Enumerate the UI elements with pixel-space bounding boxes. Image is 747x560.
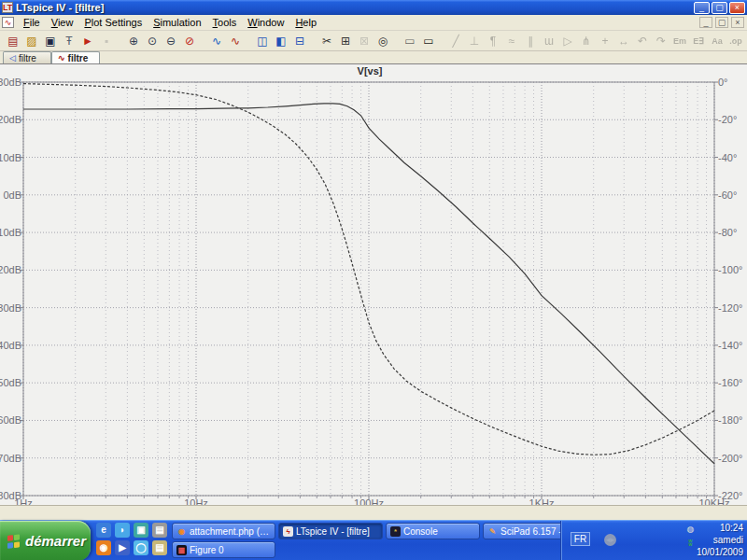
system-tray: FR ◂▸ʬ◍ 10:24 samedi 10/01/2009 xyxy=(560,521,747,560)
y-right-label: -120° xyxy=(718,302,742,314)
waveform-pane: V[vs] 1Hz10Hz100Hz1KHz10KHz30dB0°20dB-20… xyxy=(0,63,747,505)
task-console-taskbar-button[interactable]: *Console xyxy=(386,523,480,539)
menu-item-simulation[interactable]: Simulation xyxy=(148,16,206,29)
run-simulation-button[interactable]: ► xyxy=(78,32,97,49)
y-right-label: -20° xyxy=(718,114,737,125)
start-label: démarrer xyxy=(25,533,86,549)
undo-button: ↶ xyxy=(633,32,652,49)
status-bar: x = 12.972Hz y = -1.553dB, -63.106° xyxy=(0,505,747,520)
place-diode-button: ▷ xyxy=(558,32,577,49)
place-ground-button: ⊥ xyxy=(465,32,484,49)
zoom-in-button[interactable]: ⊕ xyxy=(124,32,143,49)
ltspice-window: LT LTspice IV - [filtre] _▢× ∿ FileViewP… xyxy=(0,0,747,560)
firefox-icon[interactable]: ◉ xyxy=(96,540,111,555)
new-schematic-button[interactable]: ▤ xyxy=(4,32,22,49)
task-attachment-taskbar-button[interactable]: ◉attachment.php (Ima... xyxy=(172,523,275,539)
start-button[interactable]: démarrer xyxy=(0,521,91,560)
mirror-button: Em xyxy=(670,32,689,49)
windows-flag-icon xyxy=(7,534,21,548)
mdi-minimize-button[interactable]: _ xyxy=(699,17,712,28)
y-left-label: -30dB xyxy=(0,302,21,314)
clock: 10:24 samedi 10/01/2009 xyxy=(697,522,743,558)
taskbar-button-label: LTspice IV - [filtre] xyxy=(296,526,370,537)
y-left-label: -50dB xyxy=(0,377,21,388)
app-icon: LT xyxy=(2,2,13,13)
find-button[interactable]: ◎ xyxy=(374,32,392,49)
control-panel-button[interactable]: Ŧ xyxy=(60,32,78,49)
tab-filtre-schematic[interactable]: ◁filtre xyxy=(3,51,51,63)
y-left-label: 30dB xyxy=(0,77,21,88)
language-indicator[interactable]: FR xyxy=(571,532,590,546)
zoom-area-button[interactable]: ⊙ xyxy=(143,32,162,49)
task-figure0-taskbar-button[interactable]: ▦Figure 0 xyxy=(172,541,275,558)
y-left-label: -60dB xyxy=(0,414,21,426)
menu-item-tools[interactable]: Tools xyxy=(207,16,243,29)
plot-canvas[interactable]: 1Hz10Hz100Hz1KHz10KHz30dB0°20dB-20°10dB-… xyxy=(0,64,747,506)
figure-icon: ▦ xyxy=(176,545,187,555)
y-left-label: 0dB xyxy=(3,189,21,201)
tile-horizontally-button[interactable]: ⊟ xyxy=(290,32,309,49)
taskbar-button-label: Figure 0 xyxy=(190,545,224,555)
autorange-y-axis-button[interactable]: ∿ xyxy=(207,32,226,49)
restore-button[interactable]: ▢ xyxy=(712,2,727,14)
place-component-button: ⋔ xyxy=(577,32,596,49)
notepad-icon[interactable]: ▤ xyxy=(152,540,167,555)
minimize-button[interactable]: _ xyxy=(694,2,710,14)
mdi-controls: _▢× xyxy=(699,17,744,28)
print-button[interactable]: ▭ xyxy=(419,32,438,49)
move-button: + xyxy=(596,32,614,49)
halt-simulation-button: ▪ xyxy=(97,32,116,49)
place-text-button: Aa xyxy=(708,32,726,49)
menu-item-view[interactable]: View xyxy=(46,16,79,29)
printer-icon[interactable]: ▤ xyxy=(152,523,167,538)
cascade-windows-button[interactable]: ◧ xyxy=(272,32,290,49)
network-status-icon[interactable]: ʬ xyxy=(684,538,697,550)
safely-remove-icon[interactable]: ◂▸ xyxy=(604,534,616,546)
quicktime-icon[interactable]: ◯ xyxy=(134,540,148,555)
tab-filtre-plot[interactable]: ∿filtre xyxy=(51,51,100,63)
volume-icon[interactable]: ◍ xyxy=(684,524,697,536)
internet-explorer-icon[interactable]: e xyxy=(96,523,111,538)
save-button[interactable]: ▣ xyxy=(41,32,60,49)
y-right-label: -100° xyxy=(718,264,742,275)
y-right-label: -80° xyxy=(718,227,737,238)
plot-settings-button[interactable]: ∿ xyxy=(226,32,245,49)
network-places-icon[interactable]: ▣ xyxy=(134,523,148,538)
tile-vertically-button[interactable]: ◫ xyxy=(253,32,272,49)
print-preview-button[interactable]: ▭ xyxy=(401,32,419,49)
tab-strip: ◁filtre∿filtre xyxy=(0,51,747,63)
menu-item-window[interactable]: Window xyxy=(242,16,289,29)
media-player-icon[interactable]: ▶ xyxy=(115,540,130,555)
rotate-button: E∃ xyxy=(689,32,708,49)
place-capacitor-button: ∥ xyxy=(521,32,540,49)
menu-item-help[interactable]: Help xyxy=(289,16,322,29)
cut-button[interactable]: ✂ xyxy=(317,32,336,49)
draw-wire-button: ╱ xyxy=(446,32,465,49)
menu-item-plot-settings[interactable]: Plot Settings xyxy=(78,16,148,29)
menu-item-file[interactable]: File xyxy=(18,16,46,29)
y-left-label: -40dB xyxy=(0,340,21,351)
y-right-label: -60° xyxy=(718,189,737,201)
y-right-label: -40° xyxy=(718,152,737,163)
firefox-icon: ◉ xyxy=(176,526,187,537)
mdi-close-button[interactable]: × xyxy=(731,17,744,28)
title-bar: LT LTspice IV - [filtre] _▢× xyxy=(0,0,747,15)
taskbar-button-label: attachment.php (Ima... xyxy=(190,526,271,537)
zoom-out-button[interactable]: ⊖ xyxy=(162,32,180,49)
place-resistor-button: ≈ xyxy=(502,32,521,49)
show-desktop-icon[interactable]: ◗ xyxy=(115,523,130,538)
copy-button[interactable]: ⊞ xyxy=(336,32,355,49)
mdi-restore-button[interactable]: ▢ xyxy=(715,17,728,28)
window-title: LTspice IV - [filtre] xyxy=(16,2,694,13)
redo-button: ↷ xyxy=(652,32,670,49)
window-controls: _▢× xyxy=(694,2,745,14)
label-net-button: ¶ xyxy=(484,32,502,49)
ltspice-icon: ϟ xyxy=(283,526,293,537)
y-right-label: 0° xyxy=(718,77,728,88)
y-left-label: -20dB xyxy=(0,264,21,275)
open-file-button[interactable]: ▨ xyxy=(22,32,41,49)
task-ltspice-taskbar-button[interactable]: ϟLTspice IV - [filtre] xyxy=(278,523,383,539)
zoom-full-extents-button[interactable]: ⊘ xyxy=(180,32,199,49)
close-button[interactable]: × xyxy=(729,2,745,14)
scilab-icon: * xyxy=(390,526,401,537)
